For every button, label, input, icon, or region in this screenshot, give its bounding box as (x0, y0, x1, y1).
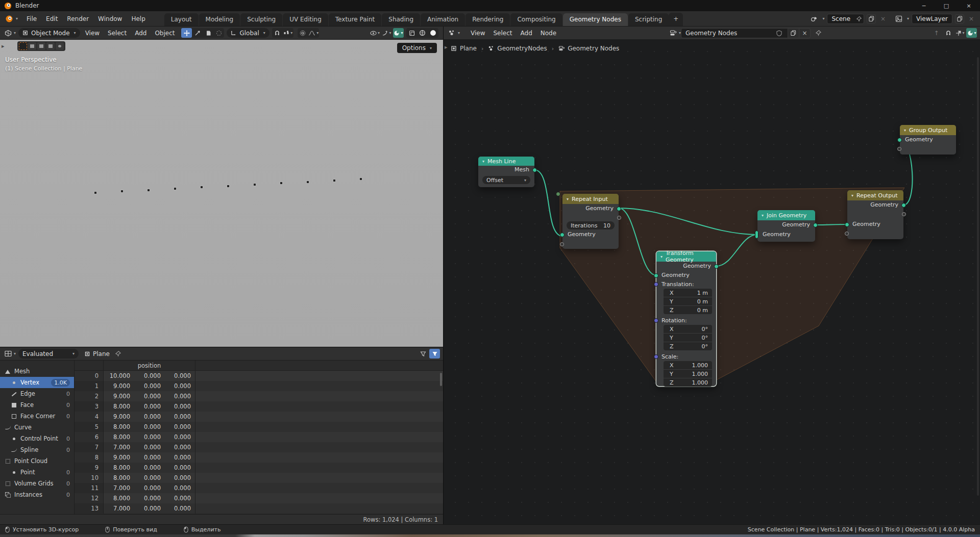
spreadsheet-scrollbar[interactable] (440, 373, 442, 386)
sidebar-expand-icon[interactable]: ▸ (445, 44, 448, 50)
rotation-input-socket[interactable] (654, 318, 658, 323)
geometry-output-socket[interactable] (813, 223, 818, 227)
sidebar-item-mesh[interactable]: Mesh (0, 366, 74, 377)
node-transform-geometry[interactable]: ▾ Transform Geometry Geometry Geometry T… (656, 251, 716, 386)
collapse-icon[interactable]: ▾ (762, 213, 764, 218)
sidebar-item-instances[interactable]: Instances0 (0, 489, 74, 500)
node-mesh-line[interactable]: ▾ Mesh Line Mesh Offset ▾ (478, 157, 534, 187)
iterations-input-socket[interactable] (556, 192, 560, 196)
view-layer-selector[interactable]: ViewLayer (912, 14, 952, 24)
translation-x-field[interactable]: X1 m (664, 289, 712, 297)
node-menu-node[interactable]: Node (536, 28, 560, 38)
breadcrumb-item[interactable]: Plane (451, 45, 477, 52)
viewport-gizmo-toggle[interactable]: ▾ (393, 28, 404, 38)
editor-type-button[interactable]: ▾ (447, 29, 461, 37)
node-menu-add[interactable]: Add (517, 28, 536, 38)
viewport-menu-object[interactable]: Object (151, 28, 179, 38)
iterations-field[interactable]: Iterations 10 (567, 221, 615, 229)
menu-file[interactable]: File (22, 11, 41, 26)
tab-sculpting[interactable]: Sculpting (240, 13, 282, 26)
editor-type-button[interactable]: ▾ (3, 349, 17, 358)
scene-selector[interactable]: Scene (827, 14, 864, 24)
options-dropdown[interactable]: Options ▾ (397, 43, 437, 53)
nodetree-icon[interactable] (669, 29, 678, 38)
filter-icon[interactable] (418, 349, 428, 359)
annotate-tool-button[interactable] (203, 28, 213, 38)
tab-scripting[interactable]: Scripting (628, 13, 669, 26)
snap-target-dropdown[interactable]: ▾ (283, 28, 293, 38)
snap-node-target-dropdown[interactable]: ▾ (954, 28, 965, 38)
mode-dropdown[interactable]: Object Mode ▾ (18, 28, 80, 38)
translation-input-socket[interactable] (654, 282, 658, 287)
cursor-tool-button[interactable] (192, 28, 203, 38)
table-row[interactable]: 68.0000.0000.000 (75, 432, 443, 442)
add-workspace-button[interactable]: + (669, 13, 683, 26)
node-repeat-output[interactable]: ▾ Repeat Output Geometry Geometry (847, 190, 903, 239)
duplicate-nodetree-button[interactable] (788, 28, 799, 38)
pin-icon[interactable] (854, 14, 864, 23)
translation-z-field[interactable]: Z0 m (664, 306, 712, 314)
node-join-geometry[interactable]: ▾ Join Geometry Geometry Geometry (757, 210, 815, 242)
remove-view-layer-button[interactable]: × (967, 14, 976, 23)
filter-toggle-active[interactable] (429, 349, 440, 359)
scale-y-field[interactable]: Y1.000 (664, 370, 712, 378)
gizmos-toggle[interactable]: ▾ (381, 28, 392, 38)
fake-user-shield-icon[interactable] (774, 29, 783, 38)
sidebar-item-edge[interactable]: Edge0 (0, 388, 74, 399)
sidebar-item-volume-grids[interactable]: Volume Grids0 (0, 478, 74, 489)
scene-icon[interactable] (810, 14, 819, 23)
sidebar-item-face[interactable]: Face0 (0, 399, 74, 411)
rotation-z-field[interactable]: Z0° (664, 342, 712, 350)
viewport-menu-select[interactable]: Select (104, 28, 131, 38)
viewport-canvas[interactable]: ▸ Options ▾ User Perspective (1) (0, 40, 443, 347)
table-row[interactable]: 58.0000.0000.000 (75, 422, 443, 432)
rotation-y-field[interactable]: Y0° (664, 334, 712, 342)
menu-render[interactable]: Render (62, 11, 93, 26)
show-overlays-toggle[interactable]: ▾ (370, 28, 380, 38)
table-row[interactable]: 117.0000.0000.000 (75, 483, 443, 493)
snap-magnet-icon[interactable] (943, 28, 953, 38)
geometry-output-socket[interactable] (901, 203, 906, 208)
extend-input-socket[interactable] (845, 232, 849, 236)
node-header[interactable]: ▾ Mesh Line (478, 157, 534, 166)
toolbar-expand-icon[interactable]: ▸ (2, 43, 5, 49)
node-header[interactable]: ▾ Join Geometry (757, 210, 815, 220)
collapse-icon[interactable]: ▾ (482, 159, 484, 164)
orientation-dropdown[interactable]: Global ▾ (227, 28, 269, 38)
dataset-dropdown[interactable]: Evaluated ▾ (18, 349, 79, 359)
collapse-icon[interactable]: ▾ (851, 193, 853, 198)
sidebar-item-point[interactable]: Point0 (0, 467, 74, 478)
select-mode-invert-button[interactable] (46, 42, 55, 50)
sidebar-item-spline[interactable]: Spline0 (0, 444, 74, 455)
geometry-input-socket[interactable] (845, 222, 849, 227)
geometry-input-socket[interactable] (560, 233, 565, 237)
node-group-output[interactable]: ▾ Group Output Geometry (900, 125, 956, 155)
new-scene-button[interactable] (867, 14, 876, 23)
collapse-icon[interactable]: ▾ (904, 128, 906, 133)
node-editor-scrollbar[interactable] (977, 57, 979, 496)
blender-menu-button[interactable]: ▾ (0, 11, 22, 26)
move-tool-button[interactable] (181, 28, 192, 38)
breadcrumb-item[interactable]: GeometryNodes (488, 45, 547, 52)
scale-input-socket[interactable] (654, 354, 658, 359)
tab-animation[interactable]: Animation (421, 13, 465, 26)
table-row[interactable]: 108.0000.0000.000 (75, 473, 443, 483)
sidebar-item-vertex[interactable]: Vertex1.0K (0, 377, 74, 388)
table-row[interactable]: 010.0000.0000.000 (75, 371, 443, 381)
translation-y-field[interactable]: Y0 m (664, 297, 712, 305)
tab-uv-editing[interactable]: UV Editing (283, 13, 328, 26)
geometry-multi-input-socket[interactable] (755, 231, 758, 239)
table-row[interactable]: 77.0000.0000.000 (75, 442, 443, 452)
sidebar-item-control-point[interactable]: Control Point0 (0, 433, 74, 444)
solid-shading-button[interactable] (428, 28, 438, 38)
proportional-edit-icon[interactable] (298, 28, 308, 38)
select-mode-new-button[interactable] (19, 42, 27, 50)
falloff-curve-icon[interactable]: ▾ (308, 28, 319, 38)
geometry-output-socket[interactable] (714, 264, 719, 269)
extend-output-socket[interactable] (617, 216, 621, 220)
viewport-menu-add[interactable]: Add (131, 28, 151, 38)
mesh-output-socket[interactable] (532, 168, 537, 172)
select-mode-subtract-button[interactable] (37, 42, 45, 50)
table-row[interactable]: 49.0000.0000.000 (75, 412, 443, 422)
unlink-nodetree-button[interactable]: × (799, 28, 811, 38)
